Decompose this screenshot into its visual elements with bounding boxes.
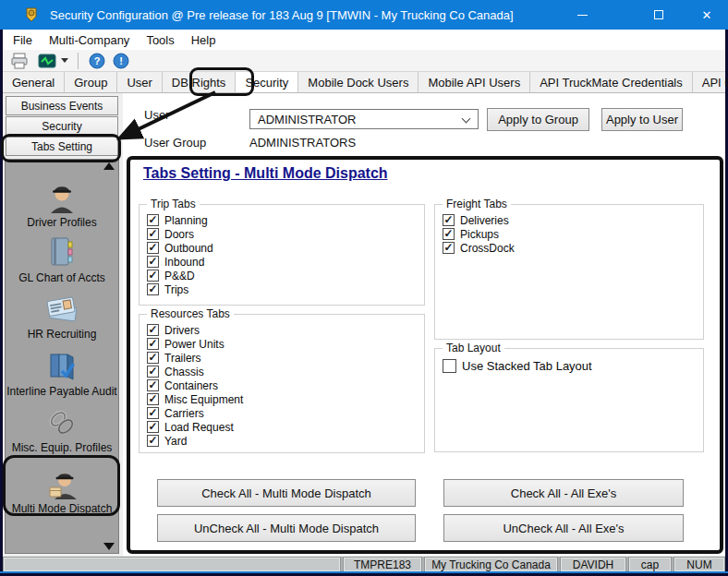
scroll-down-icon[interactable] [103, 543, 115, 550]
menu-help[interactable]: Help [183, 30, 224, 50]
uncheck-all-mmd-button[interactable]: UnCheck All - Multi Mode Dispatch [157, 514, 416, 542]
apply-to-group-button[interactable]: Apply to Group [487, 108, 589, 131]
sidebar-button-security[interactable]: Security [6, 116, 118, 136]
tab-group[interactable]: Group [65, 72, 117, 92]
tab-api-client-credentials[interactable]: API Client Credentials [693, 72, 728, 92]
sidebar-item-gl-chart-of-accts[interactable]: GL Chart of Accts [6, 235, 118, 284]
group-title: Freight Tabs [443, 198, 511, 210]
checkbox-row-deliveries[interactable]: Deliveries [443, 213, 703, 227]
checkbox-icon[interactable] [443, 214, 455, 226]
checkbox-icon[interactable] [147, 324, 159, 336]
checkbox-icon[interactable] [147, 379, 159, 391]
status-segment-environment: TMPRE183 [344, 558, 421, 571]
dropdown-caret-icon[interactable] [61, 58, 68, 63]
minimize-button[interactable] [567, 0, 597, 30]
checkbox-icon[interactable] [147, 352, 159, 364]
menu-file[interactable]: File [5, 30, 41, 50]
apply-to-user-button[interactable]: Apply to User [601, 108, 683, 131]
checkbox-icon[interactable] [147, 283, 159, 295]
connection-monitor-icon [38, 53, 56, 69]
sidebar-item-misc-equip-profiles[interactable]: Misc. Equip. Profiles [6, 407, 118, 454]
title-bar: Security Configuration @ Pre release for… [0, 0, 728, 30]
checkbox-icon[interactable] [443, 242, 455, 254]
checkbox-icon[interactable] [147, 338, 159, 350]
toolbar: ? ! [3, 50, 725, 72]
help-button[interactable]: ? [89, 53, 105, 69]
freight-tabs-group: Freight Tabs Deliveries Pickups CrossDoc… [434, 204, 704, 340]
status-segment-empty [4, 558, 340, 571]
maximize-icon [654, 10, 663, 19]
tab-user[interactable]: User [117, 72, 162, 92]
hr-recruiting-icon [44, 292, 79, 325]
menu-tools[interactable]: Tools [138, 30, 182, 50]
checkbox-row-chassis[interactable]: Chassis [147, 365, 424, 378]
uncheck-all-exes-button[interactable]: UnCheck All - All Exe's [443, 514, 684, 542]
window-title: Security Configuration @ Pre release for… [50, 8, 514, 22]
sidebar-item-multi-mode-dispatch[interactable]: Multi Mode Dispatch [6, 466, 118, 515]
checkbox-row-load-request[interactable]: Load Request [147, 420, 424, 434]
tab-layout-group: Tab Layout Use Stacked Tab Layout [434, 348, 704, 452]
chevron-down-icon [462, 114, 471, 124]
check-all-exes-button[interactable]: Check All - All Exe's [443, 479, 684, 507]
check-all-mmd-button[interactable]: Check All - Multi Mode Dispatch [157, 479, 416, 507]
checkbox-icon[interactable] [147, 366, 159, 378]
sidebar-button-business-events[interactable]: Business Events [6, 96, 118, 115]
sidebar-item-label: Driver Profiles [27, 216, 96, 229]
tab-api-truckmate-credentials[interactable]: API TruckMate Credentials [530, 72, 693, 92]
checkbox-row-inbound[interactable]: Inbound [147, 255, 424, 269]
sidebar-item-label: GL Chart of Accts [18, 271, 105, 284]
tab-general[interactable]: General [3, 72, 65, 92]
help-icon: ? [89, 53, 105, 69]
checkbox-row-carriers[interactable]: Carriers [147, 406, 424, 420]
checkbox-row-pickups[interactable]: Pickups [443, 227, 703, 241]
checkbox-icon[interactable] [147, 435, 159, 447]
checkbox-row-trips[interactable]: Trips [147, 282, 424, 296]
checkbox-icon[interactable] [147, 393, 159, 405]
tab-mobile-api-users[interactable]: Mobile API Users [419, 72, 530, 92]
checkbox-row-trailers[interactable]: Trailers [147, 351, 424, 365]
checkbox-row-doors[interactable]: Doors [147, 227, 424, 241]
sidebar-button-tabs-setting[interactable]: Tabs Setting [6, 137, 118, 156]
checkbox-icon[interactable] [147, 407, 159, 419]
main-panel: User ADMINISTRATOR Apply to Group Apply … [123, 93, 725, 556]
user-combobox[interactable]: ADMINISTRATOR [249, 109, 479, 129]
checkbox-icon[interactable] [443, 228, 455, 240]
checkbox-icon[interactable] [443, 359, 456, 373]
tab-security[interactable]: Security [236, 72, 298, 92]
trip-tabs-group: Trip Tabs Planning Doors Outbound Inboun… [139, 204, 425, 306]
sidebar-item-driver-profiles[interactable]: Driver Profiles [6, 178, 118, 229]
tab-db-rights[interactable]: DB Rights [163, 72, 237, 92]
sidebar-item-hr-recruiting[interactable]: HR Recruiting [6, 292, 118, 341]
about-button[interactable]: ! [113, 53, 129, 69]
tab-mobile-dock-users[interactable]: Mobile Dock Users [298, 72, 419, 92]
checkbox-row-planning[interactable]: Planning [147, 213, 424, 227]
user-group-value: ADMINISTRATORS [249, 136, 356, 150]
checkbox-row-crossdock[interactable]: CrossDock [443, 241, 703, 255]
user-label: User [144, 108, 169, 122]
checkbox-icon[interactable] [147, 228, 159, 240]
sidebar-item-interline-payable-audit[interactable]: Interline Payable Audit [6, 349, 118, 398]
checkbox-row-pd[interactable]: P&&D [147, 269, 424, 282]
checkbox-icon[interactable] [147, 214, 159, 226]
connection-monitor-button[interactable] [38, 53, 68, 69]
user-group-label: User Group [144, 136, 206, 150]
checkbox-row-drivers[interactable]: Drivers [147, 323, 424, 337]
checkbox-row-power-units[interactable]: Power Units [147, 337, 424, 351]
user-combobox-value: ADMINISTRATOR [258, 113, 356, 126]
maximize-button[interactable] [644, 0, 673, 30]
checkbox-row-outbound[interactable]: Outbound [147, 241, 424, 255]
checkbox-row-misc-equipment[interactable]: Misc Equipment [147, 392, 424, 406]
scroll-up-icon[interactable] [103, 162, 115, 170]
checkbox-icon[interactable] [147, 421, 159, 433]
checkbox-row-containers[interactable]: Containers [147, 378, 424, 392]
checkbox-row-use-stacked-tab-layout[interactable]: Use Stacked Tab Layout [443, 357, 703, 374]
checkbox-row-yard[interactable]: Yard [147, 434, 424, 448]
misc-equip-profiles-icon [45, 407, 79, 438]
print-button[interactable] [10, 53, 29, 69]
menu-multi-company[interactable]: Multi-Company [41, 30, 138, 50]
checkbox-icon[interactable] [147, 270, 159, 282]
sidebar-item-label: Multi Mode Dispatch [12, 502, 113, 515]
checkbox-icon[interactable] [147, 256, 159, 268]
checkbox-icon[interactable] [147, 242, 159, 254]
close-button[interactable]: ✕ [692, 0, 722, 30]
